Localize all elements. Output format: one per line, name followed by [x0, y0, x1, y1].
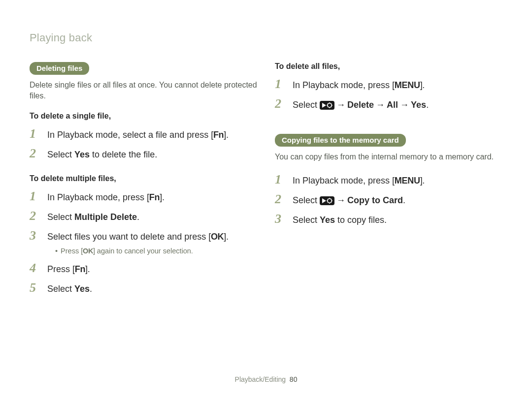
step-number: 2: [275, 193, 286, 206]
step-copy-2: 2 Select: [275, 193, 502, 207]
step-all-2: 2 Select: [275, 97, 502, 111]
step-body: Select Multiple Delete.: [47, 211, 139, 223]
steps-single: 1 In Playback mode, select a file and pr…: [30, 127, 257, 161]
step-body: Select files you want to delete and pres…: [47, 231, 229, 243]
step-number: 4: [30, 262, 40, 275]
step-copy-3: 3 Select Yes to copy files.: [275, 213, 502, 226]
ok-key: OK: [208, 231, 226, 243]
step-number: 3: [30, 229, 40, 242]
step-number: 1: [30, 190, 40, 203]
step-number: 2: [30, 147, 40, 160]
step-multiple-3: 3 Select files you want to delete and pr…: [30, 229, 257, 243]
step-body: Select: [293, 99, 429, 111]
deleting-intro: Delete single files or all files at once…: [30, 80, 257, 101]
step-body: In Playback mode, press MENU.: [293, 175, 425, 187]
step-number: 2: [30, 210, 40, 222]
footer-section: Playback/Editing: [235, 375, 286, 383]
step-single-1: 1 In Playback mode, select a file and pr…: [30, 127, 257, 141]
step-number: 1: [30, 127, 40, 140]
step-number: 2: [275, 97, 286, 110]
svg-line-8: [331, 103, 332, 104]
fn-key: Fn: [211, 129, 226, 141]
fn-key: Fn: [147, 191, 162, 204]
svg-line-16: [328, 199, 328, 199]
right-column: To delete all files, 1 In Playback mode,…: [275, 62, 502, 308]
step-multiple-1: 1 In Playback mode, press Fn.: [30, 190, 257, 204]
step-number: 1: [275, 78, 286, 91]
step-body: Select Yes.: [47, 283, 92, 295]
steps-multiple: 1 In Playback mode, press Fn. 2 Select M…: [30, 190, 257, 296]
play-gear-icon: [322, 197, 332, 204]
step-multiple-4: 4 Press Fn.: [30, 262, 257, 276]
subhead-delete-all: To delete all files,: [275, 62, 502, 71]
content-columns: Deleting files Delete single files or al…: [30, 62, 502, 308]
section-pill-copy: Copying files to the memory card: [275, 134, 406, 147]
step-multiple-5: 5 Select Yes.: [30, 281, 257, 295]
playback-settings-icon: [320, 101, 334, 110]
footer-page-number: 80: [290, 375, 298, 383]
subhead-multiple: To delete multiple files,: [30, 174, 257, 183]
step-body: Select Yes to delete the file.: [47, 149, 157, 161]
menu-key: MENU: [392, 79, 422, 92]
steps-delete-all: 1 In Playback mode, press MENU. 2 Select: [275, 78, 502, 111]
step-single-2: 2 Select Yes to delete the file.: [30, 147, 257, 161]
step-all-1: 1 In Playback mode, press MENU.: [275, 78, 502, 92]
svg-line-9: [328, 107, 328, 107]
manual-page: Playing back Deleting files Delete singl…: [0, 0, 532, 401]
step-body: Select Yes to copy files.: [293, 214, 387, 226]
svg-line-17: [331, 202, 332, 203]
step-copy-1: 1 In Playback mode, press MENU.: [275, 173, 502, 187]
menu-key: MENU: [392, 175, 422, 187]
subhead-single: To delete a single file,: [30, 112, 257, 121]
ok-key: OK: [81, 247, 95, 255]
step-body: Press Fn.: [47, 263, 90, 276]
section-pill-deleting: Deleting files: [30, 62, 89, 75]
left-column: Deleting files Delete single files or al…: [30, 62, 257, 308]
svg-marker-10: [322, 198, 326, 203]
copy-intro: You can copy files from the internal mem…: [275, 152, 502, 162]
step-body: In Playback mode, select a file and pres…: [47, 129, 229, 141]
step-body: In Playback mode, press MENU.: [293, 79, 425, 92]
svg-line-7: [331, 107, 332, 107]
step-body: In Playback mode, press Fn.: [47, 191, 165, 204]
svg-line-18: [331, 199, 332, 199]
svg-line-19: [328, 202, 328, 203]
step-number: 1: [275, 173, 286, 186]
page-footer: Playback/Editing 80: [0, 375, 532, 383]
steps-copy: 1 In Playback mode, press MENU. 2 Select: [275, 173, 502, 227]
step-multiple-2: 2 Select Multiple Delete.: [30, 210, 257, 223]
playback-settings-icon: [320, 196, 334, 205]
step-body: Select: [293, 194, 405, 207]
spacer: [275, 124, 502, 134]
play-gear-icon: [322, 102, 332, 109]
bullet-icon: •: [55, 247, 58, 255]
svg-line-6: [328, 103, 328, 104]
page-header: Playing back: [30, 31, 502, 44]
step-number: 3: [275, 213, 286, 225]
fn-key: Fn: [72, 263, 88, 276]
svg-marker-0: [322, 103, 326, 108]
step-number: 5: [30, 281, 40, 294]
step-multiple-3-note: •Press OK again to cancel your selection…: [55, 247, 257, 255]
